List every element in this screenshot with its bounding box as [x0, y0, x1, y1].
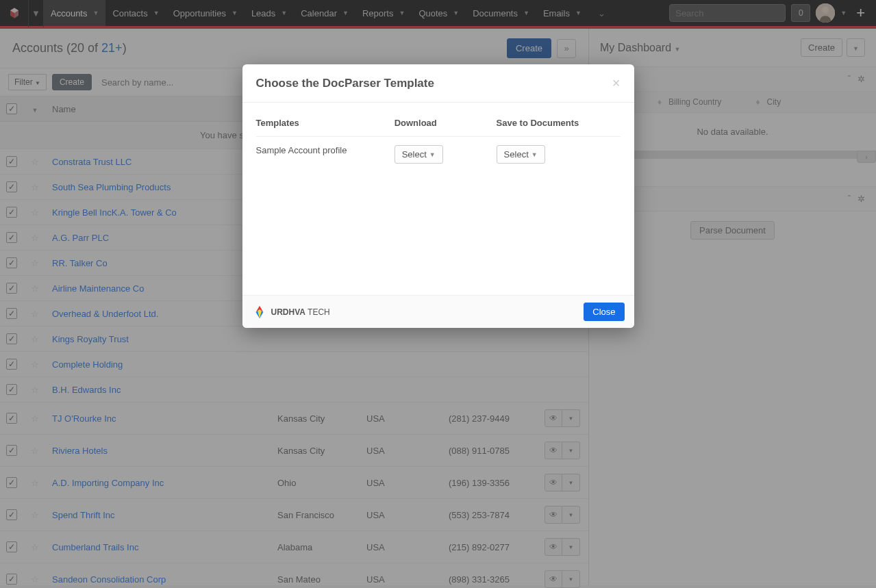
modal-footer: URDHVA TECH Close	[242, 295, 634, 328]
template-name: Sample Account profile	[256, 137, 395, 172]
docparser-modal: Choose the DocParser Template × Template…	[242, 64, 634, 328]
col-download: Download	[395, 112, 497, 137]
brand-a: URDHVA	[271, 307, 305, 317]
brand-logo: URDHVA TECH	[252, 305, 330, 320]
close-icon[interactable]: ×	[612, 75, 621, 91]
brand-b: TECH	[305, 307, 330, 317]
download-select[interactable]: Select ▼	[395, 145, 443, 164]
modal-header: Choose the DocParser Template ×	[242, 64, 634, 103]
close-button[interactable]: Close	[584, 303, 624, 321]
save-select[interactable]: Select▼	[497, 145, 545, 164]
template-table: Templates Download Save to Documents Sam…	[256, 112, 621, 172]
urdhva-icon	[252, 305, 267, 320]
modal-title: Choose the DocParser Template	[256, 77, 434, 90]
modal-overlay: Choose the DocParser Template × Template…	[0, 0, 876, 588]
col-templates: Templates	[256, 112, 395, 137]
col-save: Save to Documents	[497, 112, 621, 137]
